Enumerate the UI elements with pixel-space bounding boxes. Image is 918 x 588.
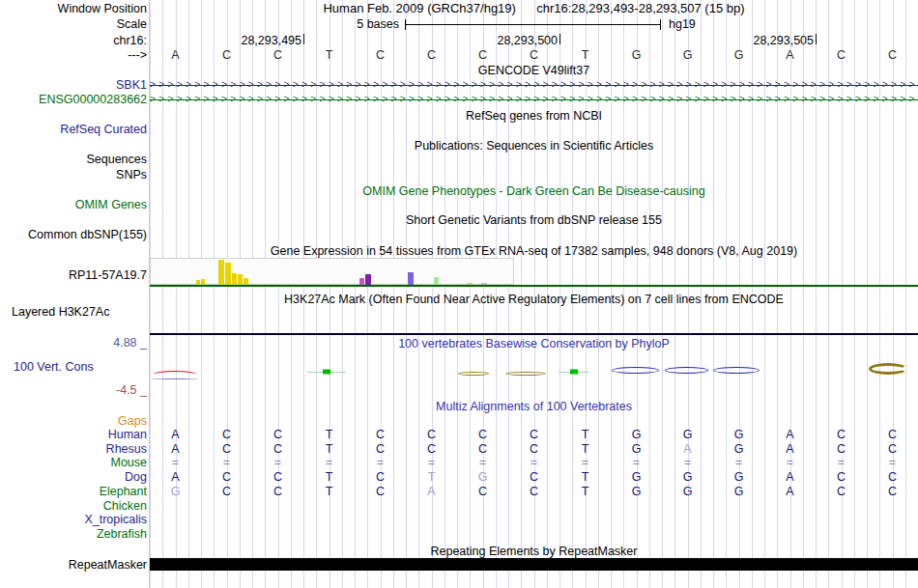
assembly-title: Human Feb. 2009 (GRCh37/hg19) bbox=[323, 1, 515, 15]
track-title-h3k27ac[interactable]: H3K27Ac Mark (Often Found Near Active Re… bbox=[150, 292, 918, 307]
sequence-base: G bbox=[611, 48, 662, 63]
alignment-base: C bbox=[457, 442, 508, 457]
alignment-base: C bbox=[201, 442, 252, 457]
sequence-base: A bbox=[764, 48, 816, 63]
gtex-bar bbox=[201, 279, 205, 285]
species-label-x_tropicalis[interactable]: X_tropicalis bbox=[84, 512, 147, 527]
species-label-zebrafish[interactable]: Zebrafish bbox=[97, 526, 147, 542]
phylop-axis-max: 4.88 _ bbox=[113, 335, 147, 350]
alignment-base: A bbox=[150, 428, 201, 442]
repeatmasker-element-bar[interactable] bbox=[150, 558, 918, 571]
alignment-base: C bbox=[816, 470, 867, 485]
sequence-base: C bbox=[508, 48, 559, 63]
alignment-base: G bbox=[457, 470, 508, 485]
track-label-refseq-curated[interactable]: RefSeq Curated bbox=[60, 122, 147, 137]
gtex-bar bbox=[238, 274, 243, 285]
track-title-repeatmasker[interactable]: Repeating Elements by RepeatMasker bbox=[150, 544, 918, 559]
track-title-gencode[interactable]: GENCODE V49lift37 bbox=[150, 63, 918, 78]
alignment-base: G bbox=[713, 428, 764, 442]
track-title-publications[interactable]: Publications: Sequences in Scientific Ar… bbox=[150, 138, 918, 154]
track-title-gtex[interactable]: Gene Expression in 54 tissues from GTEx … bbox=[150, 243, 918, 259]
phylop-glyph-blue bbox=[713, 367, 760, 374]
gtex-bar bbox=[365, 274, 371, 285]
alignment-base: A bbox=[764, 428, 816, 442]
track-title-dbsnp[interactable]: Short Genetic Variants from dbSNP releas… bbox=[150, 212, 918, 228]
track-title-refseq[interactable]: RefSeq genes from NCBI bbox=[150, 108, 918, 124]
track-title-omim[interactable]: OMIM Gene Phenotypes - Dark Green Can Be… bbox=[150, 183, 918, 199]
phylop-glyph-olive bbox=[505, 372, 546, 376]
alignment-base: G bbox=[611, 470, 662, 485]
species-label-elephant[interactable]: Elephant bbox=[100, 484, 147, 499]
alignment-base: G bbox=[611, 428, 662, 442]
position-range: chr16:28,293,493-28,293,507 (15 bp) bbox=[536, 1, 744, 15]
alignment-base: T bbox=[559, 470, 611, 485]
track-label-repeatmasker[interactable]: RepeatMasker bbox=[69, 557, 147, 573]
alignment-base: A bbox=[764, 442, 816, 457]
track-title-multiz[interactable]: Multiz Alignments of 100 Vertebrates bbox=[150, 399, 918, 414]
sequence-base: C bbox=[457, 48, 508, 63]
alignment-base: C bbox=[508, 428, 559, 442]
gtex-bar bbox=[408, 272, 414, 285]
coordinate-tick bbox=[816, 34, 817, 44]
coordinate-tick bbox=[559, 34, 560, 44]
alignment-base: C bbox=[355, 442, 406, 457]
gene-label-sbk1[interactable]: SBK1 bbox=[116, 77, 147, 93]
sequence-base: T bbox=[559, 48, 611, 63]
alignment-base: C bbox=[252, 470, 303, 485]
alignment-base: C bbox=[252, 428, 303, 442]
alignment-base: C bbox=[252, 485, 303, 499]
track-label-omim-genes[interactable]: OMIM Genes bbox=[75, 197, 147, 212]
track-label-rp11-57a19-7[interactable]: RP11-57A19.7 bbox=[69, 267, 147, 283]
alignment-base: G bbox=[662, 428, 713, 442]
gene-body-sbk1[interactable]: >>>>>>>>>>>>>>>>>>>>>>>>>>>>>>>>>>>>>>>>… bbox=[150, 79, 918, 91]
h3k27ac-baseline bbox=[150, 333, 918, 335]
alignment-base: C bbox=[867, 485, 918, 499]
track-label-100-vert-cons[interactable]: 100 Vert. Cons bbox=[14, 359, 94, 375]
alignment-base: C bbox=[867, 442, 918, 457]
sequence-base: G bbox=[713, 48, 764, 63]
chrom-label: chr16: bbox=[113, 33, 147, 48]
sequence-base: C bbox=[252, 48, 303, 63]
gene-body-ensg00000283662[interactable]: >>>>>>>>>>>>>>>>>>>>>>>>>>>>>>>>>>>>>>>>… bbox=[150, 94, 918, 105]
window-title: Human Feb. 2009 (GRCh37/hg19) chr16:28,2… bbox=[150, 1, 918, 16]
species-label-human[interactable]: Human bbox=[108, 427, 147, 442]
alignment-base: T bbox=[559, 442, 611, 457]
phylop-glyph-red-arc bbox=[152, 371, 198, 379]
scale-value: 5 bases bbox=[357, 17, 399, 31]
strand-direction-label: ---> bbox=[128, 47, 147, 63]
coordinate-label: 28,293,505 bbox=[753, 34, 814, 47]
alignment-base: G bbox=[713, 470, 764, 485]
alignment-base: = bbox=[559, 456, 611, 470]
species-label-mouse[interactable]: Mouse bbox=[110, 455, 147, 470]
track-label-common-dbsnp[interactable]: Common dbSNP(155) bbox=[28, 227, 147, 242]
gtex-baseline bbox=[150, 285, 918, 287]
alignment-base: C bbox=[355, 428, 406, 442]
alignment-base: = bbox=[201, 456, 252, 470]
coordinate-label: 28,293,500 bbox=[497, 34, 558, 47]
track-label-sequences[interactable]: Sequences bbox=[86, 152, 147, 167]
alignment-base: = bbox=[406, 456, 457, 470]
alignment-base: A bbox=[150, 470, 201, 485]
track-label-layered-h3k27ac[interactable]: Layered H3K27Ac bbox=[12, 304, 109, 320]
track-label-snps[interactable]: SNPs bbox=[116, 167, 147, 182]
species-label-dog[interactable]: Dog bbox=[125, 469, 147, 485]
alignment-base: T bbox=[303, 470, 355, 485]
phylop-glyph-green bbox=[559, 369, 589, 375]
alignment-base: G bbox=[150, 485, 201, 499]
gene-label-ensg00000283662[interactable]: ENSG00000283662 bbox=[39, 92, 147, 107]
coordinate-label: 28,293,495 bbox=[241, 34, 301, 47]
gtex-bar bbox=[244, 278, 248, 285]
alignment-base: T bbox=[303, 442, 355, 457]
phylop-glyph-green bbox=[307, 369, 346, 375]
sequence-base: C bbox=[867, 48, 918, 63]
phylop-glyph-olive bbox=[458, 372, 489, 376]
scale-bar-right-tick bbox=[660, 19, 661, 30]
track-title-phylop[interactable]: 100 vertebrates Basewise Conservation by… bbox=[150, 336, 918, 351]
genome-browser-image: Window Position Human Feb. 2009 (GRCh37/… bbox=[0, 0, 918, 588]
alignment-base: A bbox=[150, 442, 201, 457]
gtex-bar bbox=[232, 273, 237, 285]
alignment-base: C bbox=[816, 428, 867, 442]
alignment-base: C bbox=[457, 485, 508, 499]
alignment-base: C bbox=[201, 428, 252, 442]
alignment-base: = bbox=[355, 456, 406, 470]
